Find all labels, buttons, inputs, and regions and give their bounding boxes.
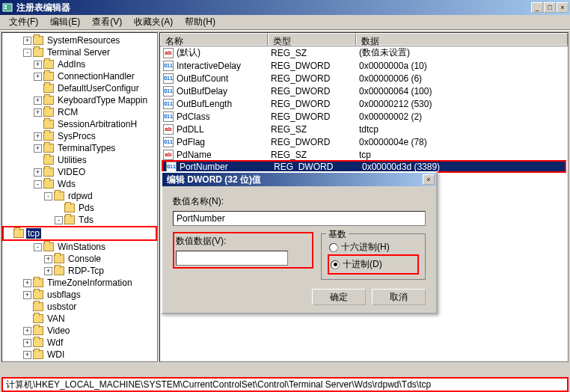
menu-file[interactable]: 文件(F) (3, 14, 44, 30)
tree-item-pds[interactable]: Pds (2, 202, 157, 214)
tree-toggle-icon[interactable]: + (34, 132, 42, 141)
tree-item-video[interactable]: +Video (2, 325, 157, 337)
folder-icon (54, 254, 64, 263)
tree-toggle-icon[interactable]: + (34, 73, 42, 81)
tree-item-connectionhandler[interactable]: +ConnectionHandler (2, 70, 157, 82)
tree-toggle-icon[interactable]: + (34, 61, 42, 69)
list-row[interactable]: 011OutBufCountREG_DWORD0x00000006 (6) (160, 72, 568, 85)
tree-item-console[interactable]: +Console (2, 253, 157, 265)
folder-icon (43, 120, 54, 129)
tree-item-wdf[interactable]: +Wdf (2, 337, 157, 349)
data-label: 数值数据(V): (176, 235, 310, 248)
close-button[interactable]: × (557, 2, 569, 13)
tree-label: SystemResources (46, 35, 121, 46)
edit-dword-dialog: 编辑 DWORD (32 位)值 × 数值名称(N): 数值数据(V): 基数 … (161, 171, 438, 314)
header-data[interactable]: 数据 (356, 33, 568, 46)
tree-item-rdpwd[interactable]: -rdpwd (2, 190, 157, 202)
tree-item-video[interactable]: +VIDEO (2, 166, 157, 178)
tree-item-systemresources[interactable]: +SystemResources (2, 34, 157, 46)
tree-item-sessionarbitrationh[interactable]: SessionArbitrationH (2, 118, 157, 130)
list-row[interactable]: 011OutBufLengthREG_DWORD0x00000212 (530) (160, 97, 568, 110)
list-row[interactable]: 011OutBufDelayREG_DWORD0x00000064 (100) (160, 85, 568, 97)
list-row[interactable]: abPdDLLREG_SZtdtcp (160, 123, 568, 135)
folder-icon (54, 266, 64, 275)
base-fieldset: 基数 十六进制(H) 十进制(D) (321, 233, 426, 280)
registry-tree[interactable]: +SystemResources-Terminal Server+AddIns+… (1, 32, 158, 362)
tree-item-terminal-server[interactable]: -Terminal Server (2, 46, 157, 58)
value-data: 0x0000000a (10) (356, 60, 568, 72)
value-name-input[interactable] (173, 211, 426, 226)
tree-item-winstations[interactable]: -WinStations (2, 241, 157, 253)
cancel-button[interactable]: 取消 (372, 289, 426, 305)
tree-toggle-icon[interactable]: + (34, 168, 42, 177)
tree-item-timezoneinformation[interactable]: +TimeZoneInformation (2, 277, 157, 289)
menu-favorites[interactable]: 收藏夹(A) (128, 14, 179, 30)
maximize-button[interactable]: □ (544, 2, 556, 13)
tree-item-tcp[interactable]: tcp (2, 226, 157, 241)
menu-help[interactable]: 帮助(H) (179, 14, 221, 30)
list-row[interactable]: 011PdClassREG_DWORD0x00000002 (2) (160, 110, 568, 123)
tree-item-wdi[interactable]: +WDI (2, 349, 157, 361)
value-data: (数值未设置) (356, 46, 568, 60)
tree-toggle-icon[interactable]: + (23, 351, 31, 359)
tree-toggle-icon[interactable]: + (34, 97, 42, 105)
tree-label: TimeZoneInformation (46, 278, 134, 288)
tree-toggle-icon[interactable]: + (23, 37, 31, 45)
tree-label: Utilities (56, 155, 88, 165)
tree-item-addins[interactable]: +AddIns (2, 58, 157, 70)
radio-hex[interactable] (329, 243, 338, 252)
menu-view[interactable]: 查看(V) (86, 14, 128, 30)
tree-label: Console (67, 254, 102, 264)
value-type: REG_SZ (268, 123, 356, 135)
tree-item-sysprocs[interactable]: +SysProcs (2, 130, 157, 142)
tree-toggle-icon[interactable]: + (34, 144, 42, 153)
tree-item-rcm[interactable]: +RCM (2, 106, 157, 118)
tree-item-keyboardtype-mappin[interactable]: +KeyboardType Mappin (2, 94, 157, 106)
tree-item-utilities[interactable]: Utilities (2, 154, 157, 166)
radio-hex-label: 十六进制(H) (341, 241, 390, 254)
tree-toggle-icon[interactable]: - (23, 49, 31, 57)
tree-toggle-icon[interactable]: + (23, 327, 31, 335)
tree-item-wds[interactable]: -Wds (2, 178, 157, 190)
radio-dec-row[interactable]: 十进制(D) (331, 258, 416, 271)
value-data: tdtcp (356, 123, 568, 135)
list-row[interactable]: abPdNameREG_SZtcp (160, 148, 568, 161)
folder-icon (33, 314, 43, 323)
tree-item-defaultuserconfigur[interactable]: DefaultUserConfigur (2, 82, 157, 94)
tree-toggle-icon[interactable]: + (34, 108, 42, 117)
folder-icon (43, 156, 54, 165)
tree-toggle-icon[interactable]: + (44, 255, 52, 263)
tree-item-tds[interactable]: -Tds (2, 214, 157, 226)
folder-icon (43, 144, 54, 153)
header-type[interactable]: 类型 (268, 33, 356, 46)
list-row[interactable]: 011InteractiveDelayREG_DWORD0x0000000a (… (160, 59, 568, 72)
tree-item-rdp-tcp[interactable]: +RDP-Tcp (2, 265, 157, 277)
tree-item-usbstor[interactable]: usbstor (2, 301, 157, 313)
tree-toggle-icon[interactable]: + (23, 291, 31, 299)
list-row[interactable]: ab(默认)REG_SZ(数值未设置) (160, 46, 568, 59)
menu-edit[interactable]: 编辑(E) (44, 14, 86, 30)
folder-icon (43, 72, 54, 81)
tree-item-terminaltypes[interactable]: +TerminalTypes (2, 142, 157, 154)
radio-dec[interactable] (331, 260, 340, 269)
tree-toggle-icon[interactable]: - (34, 180, 42, 189)
tree-label: KeyboardType Mappin (56, 95, 149, 105)
value-name: PdFlag (177, 137, 205, 147)
tree-toggle-icon[interactable]: + (44, 267, 52, 275)
list-row[interactable]: 011PdFlagREG_DWORD0x0000004e (78) (160, 135, 568, 148)
tree-label: ConnectionHandler (56, 71, 136, 82)
ok-button[interactable]: 确定 (312, 289, 366, 305)
tree-toggle-icon[interactable]: + (23, 339, 31, 347)
tree-toggle-icon[interactable]: - (55, 216, 63, 224)
tree-toggle-icon[interactable]: - (34, 243, 42, 251)
tree-item-van[interactable]: VAN (2, 313, 157, 325)
header-name[interactable]: 名称 (160, 33, 268, 46)
tree-item-usbflags[interactable]: +usbflags (2, 289, 157, 301)
value-data-input[interactable] (176, 251, 288, 266)
dialog-close-button[interactable]: × (423, 174, 435, 185)
radio-hex-row[interactable]: 十六进制(H) (329, 241, 417, 254)
tree-toggle-icon[interactable]: - (44, 192, 52, 200)
tree-toggle-icon[interactable]: + (23, 279, 31, 287)
minimize-button[interactable]: _ (531, 2, 543, 13)
name-label: 数值名称(N): (173, 195, 426, 208)
